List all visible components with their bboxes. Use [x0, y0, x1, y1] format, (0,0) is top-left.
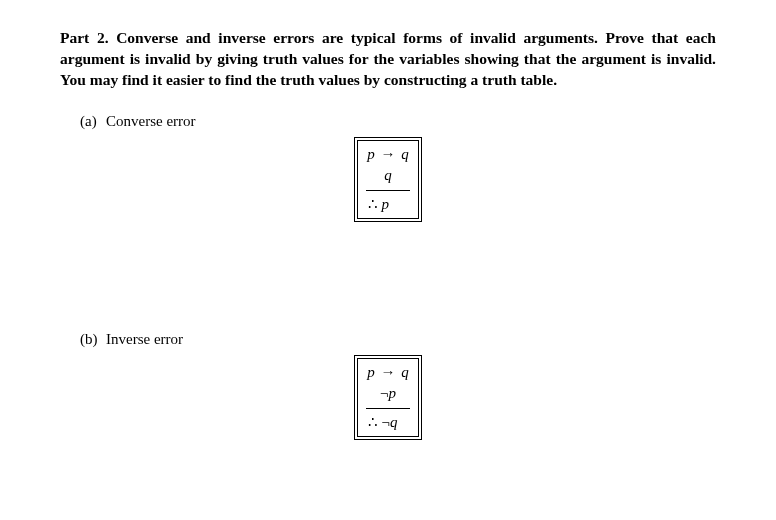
premise1-right-var: q	[401, 146, 409, 162]
item-a-conclusion: ∴p	[366, 190, 410, 215]
item-b-premise-1: p → q	[366, 362, 410, 383]
conclusion-var: p	[382, 196, 390, 212]
premise1-left-var: p	[367, 146, 375, 162]
item-b-premise-2: ¬p	[366, 383, 410, 404]
spacer	[60, 219, 716, 309]
premise1-left-var: p	[367, 364, 375, 380]
item-b-argument-wrap: p → q ¬p ∴¬q	[60, 358, 716, 437]
premise1-right-var: q	[401, 364, 409, 380]
item-a-argument-wrap: p → q q ∴p	[60, 140, 716, 219]
item-a-premise-2: q	[366, 165, 410, 186]
therefore-icon: ∴	[368, 414, 379, 430]
item-a-title: Converse error	[106, 113, 196, 130]
arrow-icon: →	[381, 364, 396, 380]
item-b-conclusion: ∴¬q	[366, 408, 410, 433]
item-b-argument-box: p → q ¬p ∴¬q	[357, 358, 419, 437]
item-b-premises: p → q ¬p	[366, 362, 410, 408]
item-b: (b) Inverse error p → q ¬p ∴¬q	[60, 331, 716, 437]
therefore-icon: ∴	[368, 196, 379, 212]
item-a: (a) Converse error p → q q ∴p	[60, 113, 716, 219]
arrow-icon: →	[381, 146, 396, 162]
item-a-premises: p → q q	[366, 144, 410, 190]
premise2-var: p	[388, 385, 396, 401]
page: Part 2. Converse and inverse errors are …	[0, 0, 776, 437]
not-icon: ¬	[382, 414, 390, 430]
item-a-row: (a) Converse error	[80, 113, 716, 130]
item-a-argument-box: p → q q ∴p	[357, 140, 419, 219]
part-heading: Part 2. Converse and inverse errors are …	[60, 28, 716, 91]
item-b-row: (b) Inverse error	[80, 331, 716, 348]
item-a-label: (a)	[80, 113, 106, 130]
item-b-title: Inverse error	[106, 331, 183, 348]
conclusion-var: q	[390, 414, 398, 430]
item-b-label: (b)	[80, 331, 106, 348]
item-a-premise-1: p → q	[366, 144, 410, 165]
